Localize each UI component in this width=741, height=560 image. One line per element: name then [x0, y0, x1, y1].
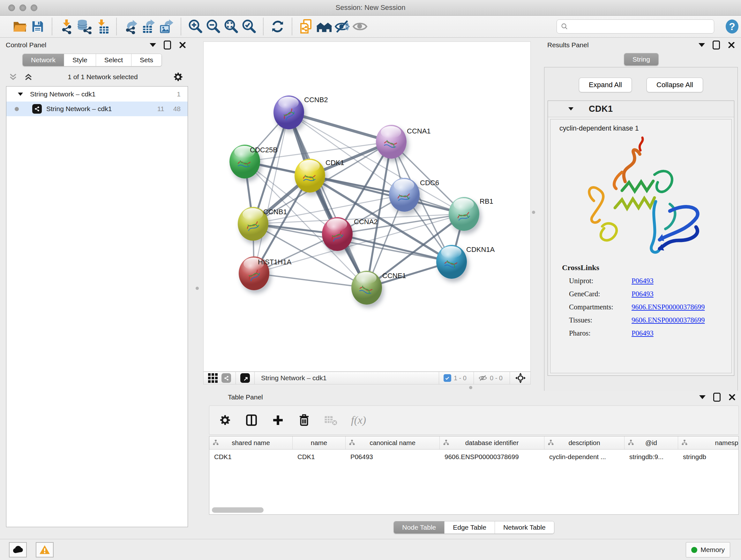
float-panel-icon[interactable]	[164, 41, 171, 50]
network-node-rb1[interactable]	[449, 197, 479, 231]
collapse-collection-icon[interactable]	[18, 92, 23, 96]
protein-structure-thumb	[441, 253, 461, 273]
import-database-button[interactable]	[75, 17, 93, 36]
close-panel-icon[interactable]	[728, 41, 735, 49]
gear-icon[interactable]	[172, 71, 184, 83]
add-column-icon[interactable]	[271, 414, 285, 427]
tab-sets[interactable]: Sets	[131, 54, 161, 66]
network-edge[interactable]	[254, 112, 289, 273]
table-cell[interactable]: CDK1	[209, 453, 293, 461]
tab-string[interactable]: String	[624, 53, 658, 65]
tab-network-table[interactable]: Network Table	[495, 521, 554, 534]
crosslink-link[interactable]: 9606.ENSP00000378699	[631, 316, 704, 324]
export-image-button[interactable]	[158, 17, 176, 36]
column-header-canonical-name[interactable]: canonical name	[346, 436, 440, 449]
open-session-button[interactable]	[11, 17, 29, 36]
network-node-ccna1[interactable]	[376, 125, 407, 159]
network-node-ccnb2[interactable]	[273, 96, 304, 129]
show-columns-icon[interactable]	[245, 413, 259, 427]
table-cell[interactable]: cyclin-dependent ...	[544, 453, 624, 461]
expand-all-button[interactable]: Expand All	[579, 78, 632, 92]
crosslink-link[interactable]: P06493	[631, 290, 654, 298]
import-network-button[interactable]	[57, 17, 75, 36]
column-header-name[interactable]: name	[293, 436, 346, 449]
panel-menu-icon[interactable]	[150, 43, 156, 47]
network-node-ccna2[interactable]	[322, 217, 353, 251]
column-header-database-identifier[interactable]: database identifier	[440, 436, 544, 449]
network-collection-row[interactable]: String Network – cdk1 1	[6, 86, 188, 102]
warnings-button[interactable]	[36, 542, 54, 557]
table-row[interactable]: CDK1CDK1P064939606.ENSP00000378699cyclin…	[209, 449, 739, 464]
panel-menu-icon[interactable]	[698, 43, 705, 47]
close-panel-icon[interactable]	[728, 393, 736, 401]
panel-menu-icon[interactable]	[699, 395, 705, 399]
hidden-eye-icon[interactable]	[478, 374, 487, 382]
column-header--id[interactable]: @id	[624, 436, 678, 449]
column-header-shared-name[interactable]: shared name	[209, 436, 293, 449]
collapse-all-button[interactable]: Collapse All	[647, 78, 703, 92]
network-node-ccne1[interactable]	[351, 271, 382, 305]
network-node-cdk1[interactable]	[294, 159, 325, 192]
svg-text:?: ?	[729, 21, 735, 32]
node-label-hist1h1a: HIST1H1A	[258, 258, 291, 266]
crosslink-link[interactable]: P06493	[631, 329, 654, 337]
table-cell[interactable]: 9606.ENSP00000378699	[440, 453, 544, 461]
search-input[interactable]	[571, 23, 710, 30]
selected-checkbox-icon[interactable]	[444, 374, 451, 382]
memory-button[interactable]: Memory	[686, 542, 730, 557]
network-edge[interactable]	[254, 273, 367, 288]
crosslink-link[interactable]: P06493	[631, 277, 654, 285]
zoom-fit-button[interactable]	[222, 17, 240, 36]
float-panel-icon[interactable]	[713, 393, 721, 401]
detach-view-icon[interactable]	[240, 373, 250, 383]
vertical-splitter-handle[interactable]	[196, 287, 199, 290]
share-network-icon[interactable]	[221, 373, 231, 383]
table-cell[interactable]: P06493	[346, 453, 440, 461]
horizontal-scrollbar-thumb[interactable]	[212, 507, 264, 513]
import-table-button[interactable]	[93, 17, 111, 36]
string-home-button[interactable]	[315, 17, 333, 36]
grid-view-icon[interactable]	[208, 373, 218, 383]
network-edge[interactable]	[289, 112, 367, 288]
cloud-button[interactable]	[9, 542, 27, 557]
network-node-cdc6[interactable]	[389, 178, 420, 212]
column-header-namespace[interactable]: namespace	[678, 436, 739, 449]
column-header-description[interactable]: description	[544, 436, 624, 449]
close-panel-icon[interactable]	[179, 41, 186, 49]
help-button[interactable]: ?	[723, 17, 741, 36]
export-network-button[interactable]	[122, 17, 140, 36]
show-all-button[interactable]	[351, 17, 369, 36]
table-cell[interactable]: stringdb:9...	[624, 453, 678, 461]
network-row-selected[interactable]: String Network – cdk1 11 48	[6, 102, 188, 116]
tab-node-table[interactable]: Node Table	[394, 521, 445, 534]
network-node-cdkn1a[interactable]	[436, 245, 467, 279]
fit-content-icon[interactable]	[515, 373, 526, 383]
expand-all-icon[interactable]	[23, 72, 33, 82]
protein-section-header[interactable]: CDK1	[548, 101, 734, 117]
tab-select[interactable]: Select	[96, 54, 131, 66]
table-cell[interactable]: CDK1	[293, 453, 346, 461]
delete-column-icon[interactable]	[297, 414, 311, 427]
table-cell[interactable]: stringdb	[678, 453, 739, 461]
zoom-in-button[interactable]	[186, 17, 204, 36]
network-view-toolbar: String Network – cdk1 1 - 0 0 - 0	[203, 372, 531, 384]
refresh-button[interactable]	[269, 17, 286, 36]
horizontal-splitter-handle[interactable]	[469, 386, 472, 389]
float-panel-icon[interactable]	[713, 41, 720, 50]
crosslink-link[interactable]: 9606.ENSP00000378699	[631, 303, 704, 311]
table-gear-icon[interactable]	[218, 414, 232, 427]
tab-edge-table[interactable]: Edge Table	[445, 521, 495, 534]
vertical-splitter-handle[interactable]	[532, 211, 535, 214]
tab-style[interactable]: Style	[64, 54, 96, 66]
collapse-all-icon[interactable]	[8, 72, 18, 82]
network-edge[interactable]	[289, 112, 391, 142]
save-session-button[interactable]	[29, 17, 47, 36]
network-canvas[interactable]: CCNB2CCNA1CDC25BCDK1CDC6RB1CCNB1CCNA2HIS…	[203, 42, 531, 372]
tab-network[interactable]: Network	[23, 54, 64, 66]
zoom-selected-button[interactable]	[240, 17, 258, 36]
hide-selected-button[interactable]	[333, 17, 351, 36]
clone-network-button[interactable]	[297, 17, 315, 36]
collapse-section-icon[interactable]	[568, 107, 574, 111]
zoom-out-button[interactable]	[204, 17, 222, 36]
export-table-button[interactable]	[140, 17, 158, 36]
